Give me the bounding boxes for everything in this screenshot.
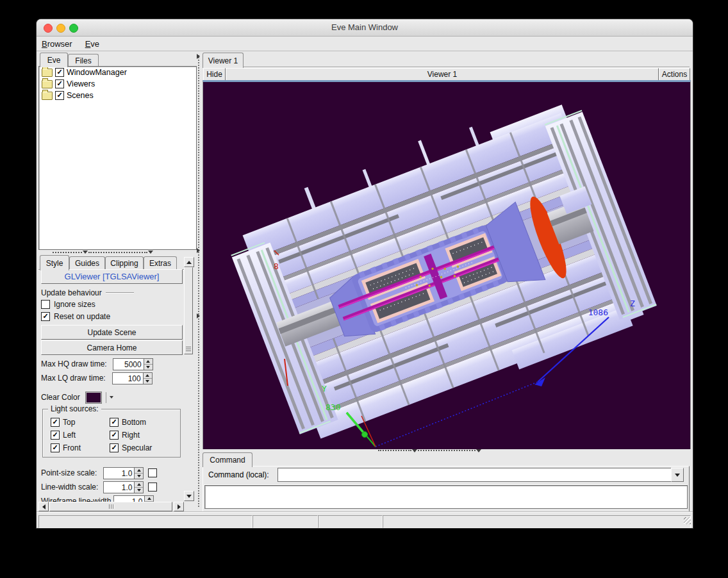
line-width-link-checkbox[interactable] bbox=[148, 483, 157, 491]
tree-checkbox[interactable] bbox=[55, 79, 64, 88]
spin-down-button[interactable] bbox=[144, 365, 153, 370]
scroll-right-button[interactable] bbox=[174, 502, 184, 511]
z-axis-tick: 1086 bbox=[588, 308, 608, 317]
splitter-dots bbox=[88, 252, 147, 253]
chevron-down-icon bbox=[412, 449, 417, 452]
tab-eve[interactable]: Eve bbox=[40, 53, 68, 67]
style-panel-hscrollbar[interactable] bbox=[38, 502, 182, 511]
folder-icon bbox=[42, 69, 53, 77]
line-width-value[interactable]: 1.0 bbox=[103, 481, 134, 493]
combobox-dropdown-button[interactable] bbox=[671, 468, 684, 482]
spin-down-button[interactable] bbox=[135, 488, 143, 493]
scroll-down-button[interactable] bbox=[184, 491, 194, 501]
tab-files[interactable]: Files bbox=[68, 54, 99, 67]
tree-item-viewers[interactable]: Viewers bbox=[39, 78, 196, 90]
spin-up-button[interactable] bbox=[135, 482, 143, 488]
ignore-sizes-checkbox-row[interactable]: Ignore sizes bbox=[41, 298, 95, 311]
tab-clipping[interactable]: Clipping bbox=[105, 256, 144, 270]
tab-command[interactable]: Command bbox=[203, 452, 252, 467]
max-lq-row: Max LQ draw time: 100 bbox=[41, 372, 153, 384]
light-front[interactable]: Front bbox=[51, 442, 110, 454]
hscroll-thumb[interactable] bbox=[49, 502, 172, 511]
spin-up-button[interactable] bbox=[144, 373, 152, 379]
command-input[interactable] bbox=[278, 468, 671, 481]
zoom-window-button[interactable] bbox=[69, 24, 78, 33]
max-lq-value[interactable]: 100 bbox=[112, 372, 143, 384]
line-width-row: Line-width scale: 1.0 bbox=[41, 481, 157, 493]
max-hq-value[interactable]: 5000 bbox=[113, 358, 144, 370]
line-width-spinner[interactable]: 1.0 bbox=[103, 481, 144, 493]
tab-style[interactable]: Style bbox=[40, 255, 69, 270]
light-top[interactable]: Top bbox=[51, 416, 110, 429]
tree-item-windowmanager[interactable]: WindowManager bbox=[39, 67, 196, 78]
tab-guides[interactable]: Guides bbox=[69, 256, 105, 270]
tab-viewer-1[interactable]: Viewer 1 bbox=[203, 53, 244, 68]
titlebar[interactable]: Eve Main Window bbox=[37, 19, 693, 37]
update-scene-button[interactable]: Update Scene bbox=[41, 325, 183, 340]
hide-button[interactable]: Hide bbox=[203, 68, 226, 81]
scroll-left-button[interactable] bbox=[38, 502, 49, 511]
resize-grip[interactable] bbox=[684, 517, 691, 524]
tree-item-scenes[interactable]: Scenes bbox=[39, 90, 196, 101]
eve-tree[interactable]: WindowManager Viewers Scenes bbox=[38, 66, 197, 250]
max-lq-spinner[interactable]: 100 bbox=[112, 372, 153, 384]
gl-viewport[interactable]: 1086 Z Y 830 8 bbox=[203, 80, 691, 449]
point-size-link-checkbox[interactable] bbox=[148, 468, 157, 477]
menu-eve[interactable]: Eve bbox=[85, 39, 99, 49]
window-title: Eve Main Window bbox=[37, 19, 693, 36]
status-cell bbox=[252, 515, 318, 528]
glviewer-header-button[interactable]: GLViewer [TGLSAViewer] bbox=[41, 269, 183, 284]
y-axis-tick: 830 bbox=[326, 402, 340, 412]
camera-home-button[interactable]: Camera Home bbox=[41, 340, 183, 355]
command-panel: Command (local): bbox=[203, 466, 690, 512]
actions-button[interactable]: Actions bbox=[659, 68, 690, 81]
command-output[interactable] bbox=[204, 485, 688, 509]
folder-icon bbox=[42, 80, 53, 88]
close-window-button[interactable] bbox=[44, 24, 53, 33]
tree-checkbox[interactable] bbox=[55, 68, 64, 77]
light-specular[interactable]: Specular bbox=[110, 442, 180, 454]
z-axis-label: Z bbox=[630, 299, 635, 308]
tree-checkbox[interactable] bbox=[55, 91, 64, 100]
spin-down-button[interactable] bbox=[135, 474, 143, 479]
light-right[interactable]: Right bbox=[110, 429, 180, 442]
light-sources-group: Light sources: Top Bottom Left Right Fro… bbox=[42, 409, 181, 458]
left-horizontal-splitter[interactable] bbox=[53, 249, 181, 255]
panel-vertical-splitter[interactable] bbox=[195, 51, 203, 511]
point-size-spinner[interactable]: 1.0 bbox=[103, 467, 144, 479]
command-combobox[interactable] bbox=[277, 468, 684, 482]
x-axis-tick-clipped: 8 bbox=[274, 261, 279, 271]
y-axis-knob-icon bbox=[362, 432, 368, 438]
reset-on-update-checkbox[interactable] bbox=[41, 312, 50, 321]
clear-color-dropdown[interactable] bbox=[106, 392, 114, 403]
wireframe-spinner[interactable]: 1.0 bbox=[113, 495, 154, 502]
spin-up-button[interactable] bbox=[144, 359, 153, 365]
light-sources-title: Light sources: bbox=[48, 404, 101, 413]
command-local-label: Command (local): bbox=[208, 470, 269, 479]
light-left[interactable]: Left bbox=[51, 429, 110, 442]
spin-down-button[interactable] bbox=[144, 379, 152, 384]
minimize-window-button[interactable] bbox=[56, 24, 65, 33]
reset-on-update-checkbox-row[interactable]: Reset on update bbox=[41, 310, 110, 323]
command-splitter[interactable] bbox=[378, 448, 493, 453]
tree-item-label: WindowManager bbox=[67, 68, 127, 77]
light-bottom[interactable]: Bottom bbox=[110, 416, 180, 429]
spin-up-button[interactable] bbox=[135, 468, 143, 474]
vscroll-thumb[interactable] bbox=[184, 267, 193, 354]
menu-browser[interactable]: Browser bbox=[42, 39, 72, 49]
clear-color-row: Clear Color bbox=[41, 390, 114, 405]
clear-color-swatch[interactable] bbox=[85, 392, 102, 404]
wireframe-value[interactable]: 1.0 bbox=[113, 495, 144, 502]
chevron-down-icon bbox=[83, 251, 88, 254]
max-hq-spinner[interactable]: 5000 bbox=[113, 358, 153, 370]
viewer-title-bar[interactable]: Viewer 1 bbox=[226, 68, 659, 81]
spin-up-button[interactable] bbox=[145, 496, 153, 502]
tab-extras[interactable]: Extras bbox=[144, 256, 177, 270]
status-cell bbox=[38, 515, 252, 528]
ignore-sizes-checkbox[interactable] bbox=[41, 300, 50, 309]
point-size-value[interactable]: 1.0 bbox=[103, 467, 134, 479]
style-panel-vscrollbar[interactable] bbox=[184, 257, 193, 500]
chevron-right-icon bbox=[197, 248, 200, 253]
chevron-down-icon bbox=[476, 449, 481, 452]
scroll-up-button[interactable] bbox=[184, 257, 194, 267]
